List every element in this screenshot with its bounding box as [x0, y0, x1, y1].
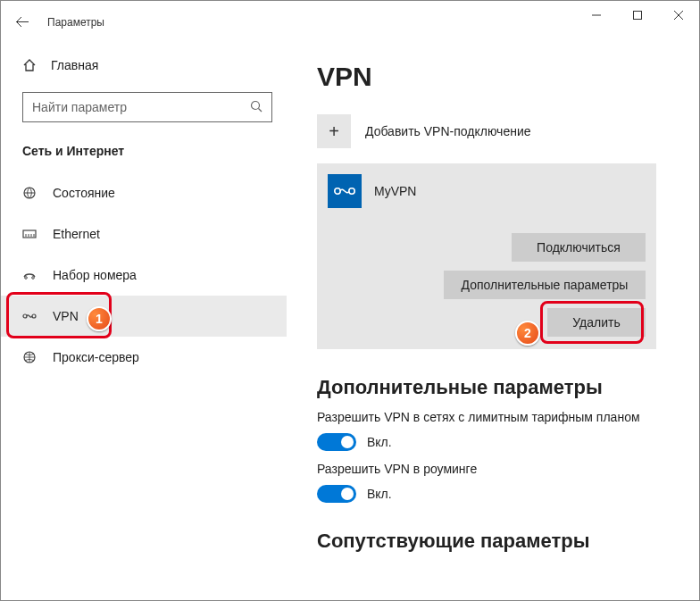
- toggle-state-text: Вкл.: [367, 487, 392, 501]
- nav-label: Ethernet: [53, 227, 100, 241]
- nav-label: VPN: [53, 309, 79, 323]
- option-allow-metered: Разрешить VPN в сетях с лимитным тарифны…: [317, 410, 699, 451]
- connect-button[interactable]: Подключиться: [512, 233, 646, 262]
- window-controls: [576, 1, 699, 44]
- search-icon: [250, 100, 262, 115]
- sidebar-item-dialup[interactable]: Набор номера: [1, 255, 287, 296]
- nav-label: Состояние: [53, 186, 115, 200]
- search-input[interactable]: Найти параметр: [22, 92, 272, 122]
- vpn-icon: [22, 311, 37, 321]
- sidebar-item-status[interactable]: Состояние: [1, 172, 287, 213]
- svg-point-17: [335, 188, 340, 194]
- toggle-allow-metered[interactable]: [317, 433, 356, 451]
- sidebar-home-label: Главная: [51, 58, 98, 72]
- search-placeholder: Найти параметр: [32, 100, 127, 114]
- plus-icon: +: [317, 114, 351, 148]
- page-title: VPN: [317, 62, 699, 92]
- svg-point-12: [25, 277, 28, 280]
- ethernet-icon: [22, 227, 37, 241]
- sidebar-home[interactable]: Главная: [1, 47, 287, 83]
- sidebar-item-vpn[interactable]: VPN 1: [1, 296, 287, 337]
- proxy-icon: [22, 350, 37, 364]
- home-icon: [22, 58, 37, 72]
- annotation-badge-2: 2: [515, 321, 540, 346]
- close-icon: [674, 11, 683, 20]
- option-allow-roaming: Разрешить VPN в роуминге Вкл.: [317, 462, 699, 503]
- minimize-button[interactable]: [576, 1, 617, 29]
- option-label: Разрешить VPN в роуминге: [317, 462, 699, 476]
- toggle-allow-roaming[interactable]: [317, 485, 356, 503]
- svg-line-5: [259, 108, 262, 112]
- option-label: Разрешить VPN в сетях с лимитным тарифны…: [317, 410, 699, 424]
- extra-heading: Дополнительные параметры: [317, 376, 699, 399]
- advanced-params-button[interactable]: Дополнительные параметры: [444, 271, 646, 299]
- annotation-badge-1: 1: [87, 306, 112, 331]
- arrow-left-icon: 🡠: [15, 14, 29, 30]
- add-vpn-row[interactable]: + Добавить VPN-подключение: [317, 112, 699, 151]
- svg-point-14: [23, 314, 27, 318]
- status-icon: [22, 186, 37, 200]
- svg-point-18: [349, 188, 354, 194]
- dialup-icon: [22, 268, 37, 282]
- maximize-icon: [633, 11, 642, 20]
- nav-label: Прокси-сервер: [53, 350, 139, 364]
- svg-point-4: [252, 101, 260, 109]
- vpn-connection-name: MyVPN: [374, 184, 416, 198]
- related-heading: Сопутствующие параметры: [317, 530, 699, 553]
- close-button[interactable]: [658, 1, 699, 29]
- toggle-state-text: Вкл.: [367, 435, 392, 449]
- minimize-icon: [592, 11, 601, 20]
- window-title: Параметры: [47, 16, 104, 29]
- sidebar-group-heading: Сеть и Интернет: [1, 138, 287, 172]
- svg-rect-1: [634, 12, 642, 20]
- titlebar: 🡠 Параметры: [1, 1, 699, 44]
- add-vpn-label: Добавить VPN-подключение: [365, 124, 531, 138]
- delete-button[interactable]: Удалить: [547, 308, 646, 337]
- back-button[interactable]: 🡠: [1, 1, 44, 44]
- content-pane: VPN + Добавить VPN-подключение MyVPN Под…: [287, 44, 699, 600]
- vpn-tile-icon: [328, 174, 362, 208]
- svg-point-13: [32, 277, 35, 280]
- svg-point-15: [32, 314, 36, 318]
- sidebar: Главная Найти параметр Сеть и Интернет С…: [1, 44, 287, 600]
- nav-label: Набор номера: [53, 268, 137, 282]
- vpn-connection-card[interactable]: MyVPN Подключиться Дополнительные параме…: [317, 163, 656, 349]
- maximize-button[interactable]: [617, 1, 658, 29]
- sidebar-item-proxy[interactable]: Прокси-сервер: [1, 337, 287, 378]
- sidebar-item-ethernet[interactable]: Ethernet: [1, 213, 287, 255]
